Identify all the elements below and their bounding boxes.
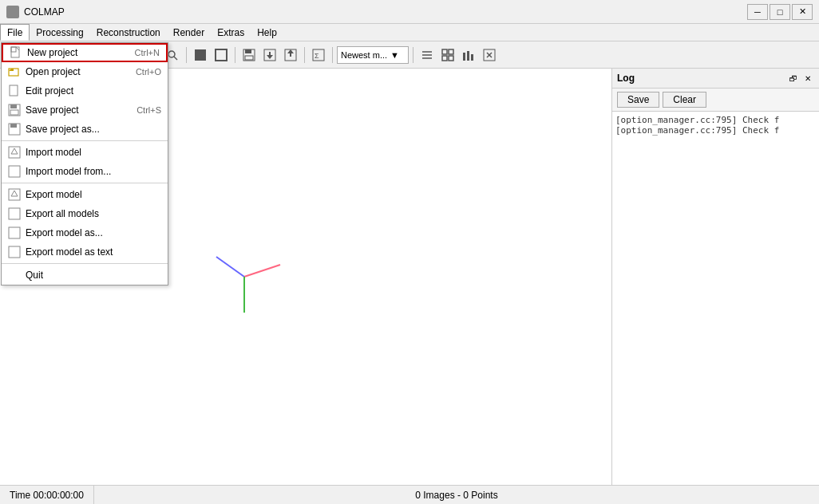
toolbar-btn-bar[interactable] — [459, 45, 478, 65]
import-model-icon — [8, 146, 21, 159]
log-header: Log 🗗 ✕ — [612, 69, 819, 89]
menu-help[interactable]: Help — [251, 24, 283, 41]
toolbar-btn-save[interactable] — [239, 45, 259, 65]
svg-rect-9 — [10, 124, 17, 128]
tb-sep-4 — [235, 47, 235, 63]
export-all-models-icon — [8, 207, 21, 220]
divider-3 — [2, 263, 168, 264]
divider-1 — [2, 140, 168, 141]
close-button[interactable]: ✕ — [792, 4, 813, 20]
svg-rect-4 — [10, 85, 18, 96]
menu-file[interactable]: File New project Ctrl+N Open project Ctr… — [0, 24, 30, 41]
svg-rect-53 — [449, 56, 453, 61]
menu-bar: File New project Ctrl+N Open project Ctr… — [0, 24, 819, 41]
tb-sep-7 — [413, 47, 413, 63]
open-project-icon — [8, 65, 21, 78]
window-title: COLMAP — [24, 6, 747, 18]
svg-rect-51 — [449, 49, 453, 54]
menu-import-model-from[interactable]: Import model from... — [2, 162, 168, 181]
app-icon — [6, 6, 19, 18]
import-model-from-icon — [8, 165, 21, 178]
toolbar-btn-more[interactable] — [480, 45, 499, 65]
file-dropdown: New project Ctrl+N Open project Ctrl+O E… — [1, 42, 168, 285]
menu-new-project[interactable]: New project Ctrl+N — [2, 43, 168, 62]
save-project-as-icon — [8, 123, 21, 136]
minimize-button[interactable]: ─ — [747, 4, 768, 20]
svg-rect-17 — [9, 246, 20, 258]
toolbar-btn-import[interactable] — [260, 45, 279, 65]
menu-save-project[interactable]: Save project Ctrl+S — [2, 100, 168, 120]
svg-rect-37 — [245, 49, 251, 53]
toolbar-btn-grid[interactable] — [438, 45, 457, 65]
svg-marker-44 — [287, 49, 294, 53]
maximize-button[interactable]: □ — [770, 4, 790, 20]
svg-rect-1 — [11, 47, 16, 52]
menu-export-model-as-text[interactable]: Export model as text — [2, 242, 168, 262]
svg-rect-52 — [442, 56, 447, 61]
menu-save-project-as[interactable]: Save project as... — [2, 120, 168, 139]
log-clear-button[interactable]: Clear — [663, 92, 706, 108]
svg-rect-12 — [9, 166, 20, 177]
svg-line-60 — [244, 265, 280, 277]
title-bar: COLMAP ─ □ ✕ — [0, 0, 819, 24]
svg-rect-7 — [10, 110, 18, 115]
svg-marker-11 — [11, 148, 18, 154]
menu-export-model-as[interactable]: Export model as... — [2, 223, 168, 242]
log-line-1: [option_manager.cc:795] Check f — [615, 115, 816, 125]
svg-rect-15 — [9, 208, 20, 219]
svg-rect-34 — [195, 49, 206, 61]
menu-edit-project[interactable]: Edit project — [2, 81, 168, 100]
log-title: Log — [617, 73, 635, 84]
svg-line-33 — [174, 57, 177, 60]
menu-render[interactable]: Render — [167, 24, 211, 41]
time-label: Time 00:00:00:00 — [10, 490, 84, 501]
log-window-controls: 🗗 ✕ — [787, 72, 814, 85]
3d-axes — [204, 229, 284, 325]
log-save-button[interactable]: Save — [617, 92, 659, 108]
svg-rect-38 — [245, 56, 253, 60]
toolbar-btn-rect[interactable] — [212, 45, 231, 65]
log-line-2: [option_manager.cc:795] Check f — [615, 125, 816, 136]
new-project-icon — [10, 46, 22, 59]
toolbar-btn-square[interactable] — [191, 45, 210, 65]
svg-point-32 — [168, 51, 175, 57]
log-toolbar: Save Clear — [612, 89, 819, 112]
log-panel: Log 🗗 ✕ Save Clear [option_manager.cc:79… — [611, 69, 819, 485]
svg-rect-35 — [216, 49, 227, 61]
log-close-button[interactable]: ✕ — [801, 72, 814, 85]
window-controls: ─ □ ✕ — [747, 4, 813, 20]
toolbar-btn-list[interactable] — [417, 45, 437, 65]
svg-rect-55 — [467, 51, 469, 61]
menu-processing[interactable]: Processing — [30, 24, 89, 41]
export-model-as-text-icon — [8, 246, 21, 258]
svg-rect-16 — [9, 227, 20, 238]
stats-label: 0 Images - 0 Points — [415, 490, 497, 501]
menu-export-all-models[interactable]: Export all models — [2, 204, 168, 223]
divider-2 — [2, 183, 168, 183]
svg-rect-54 — [463, 53, 465, 61]
toolbar-btn-export[interactable] — [281, 45, 300, 65]
svg-rect-56 — [471, 54, 473, 61]
toolbar-model-dropdown[interactable]: Newest m... ▼ — [337, 46, 409, 64]
edit-project-icon — [8, 85, 21, 97]
status-bar: Time 00:00:00:00 0 Images - 0 Points — [0, 485, 819, 504]
log-content[interactable]: [option_manager.cc:795] Check f [option_… — [612, 112, 819, 485]
tb-sep-3 — [186, 47, 187, 63]
svg-marker-41 — [267, 55, 273, 59]
menu-import-model[interactable]: Import model — [2, 143, 168, 162]
save-project-icon — [8, 104, 21, 116]
svg-line-2 — [16, 47, 19, 50]
toolbar-btn-compute[interactable]: Σ — [309, 45, 328, 65]
svg-text:Σ: Σ — [315, 52, 319, 60]
status-time: Time 00:00:00:00 — [0, 486, 94, 504]
svg-rect-50 — [442, 49, 447, 54]
menu-reconstruction[interactable]: Reconstruction — [90, 24, 167, 41]
menu-open-project[interactable]: Open project Ctrl+O — [2, 62, 168, 81]
menu-extras[interactable]: Extras — [211, 24, 251, 41]
svg-line-61 — [216, 257, 244, 277]
export-model-as-icon — [8, 226, 21, 239]
menu-quit[interactable]: Quit — [2, 266, 168, 285]
tb-sep-6 — [332, 47, 333, 63]
menu-export-model[interactable]: Export model — [2, 185, 168, 204]
log-restore-button[interactable]: 🗗 — [787, 72, 800, 85]
